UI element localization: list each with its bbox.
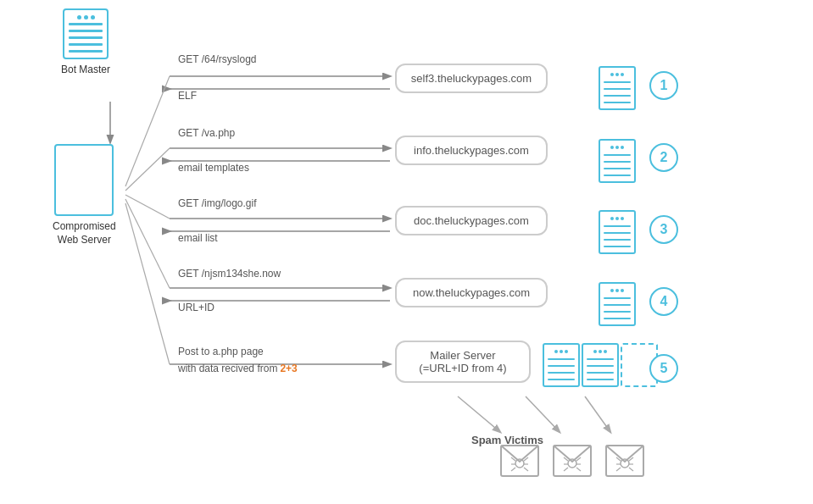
number-circle-3: 3 bbox=[649, 215, 678, 244]
number-circle-5: 5 bbox=[649, 354, 678, 383]
right-server-3 bbox=[599, 210, 636, 254]
arrow-label-1a: GET /64/rsyslogd bbox=[178, 53, 256, 65]
mailer-server-b bbox=[582, 343, 619, 387]
compromised-server-label: CompromisedWeb Server bbox=[53, 220, 116, 246]
arrow-label-3b: email list bbox=[178, 232, 218, 244]
domain-box-4: now.theluckypages.com bbox=[395, 278, 548, 307]
arrow-label-2b: email templates bbox=[178, 162, 249, 174]
spam-envelope-3 bbox=[605, 445, 644, 477]
post-label-highlight: 2+3 bbox=[280, 363, 297, 374]
compromised-server: CompromisedWeb Server bbox=[53, 144, 116, 246]
arrow-label-4a: GET /njsm134she.now bbox=[178, 268, 281, 280]
svg-line-14 bbox=[125, 203, 170, 364]
main-diagram: Bot Master CompromisedWeb Server GET /64… bbox=[0, 0, 813, 504]
mailer-server-a bbox=[543, 343, 580, 387]
svg-line-10 bbox=[125, 76, 170, 186]
bot-master-label: Bot Master bbox=[61, 64, 110, 77]
mailer-box: Mailer Server(=URL+ID from 4) bbox=[395, 341, 531, 383]
arrow-label-5b: with data recived from 2+3 bbox=[178, 363, 298, 374]
arrow-label-2a: GET /va.php bbox=[178, 127, 235, 139]
svg-line-15 bbox=[458, 396, 500, 432]
number-circle-1: 1 bbox=[649, 71, 678, 100]
bot-master-icon bbox=[63, 8, 109, 59]
mailer-server-cluster bbox=[543, 343, 658, 387]
svg-line-12 bbox=[125, 195, 170, 219]
arrow-label-1b: ELF bbox=[178, 90, 197, 102]
right-server-4 bbox=[599, 282, 636, 326]
post-label-text: with data recived from bbox=[178, 363, 277, 374]
arrow-label-3a: GET /img/logo.gif bbox=[178, 197, 256, 209]
number-circle-4: 4 bbox=[649, 287, 678, 316]
arrow-label-4b: URL+ID bbox=[178, 302, 214, 313]
bot-master-server: Bot Master bbox=[61, 8, 110, 77]
domain-box-3: doc.theluckypages.com bbox=[395, 206, 548, 235]
spam-envelope-2 bbox=[553, 445, 592, 477]
domain-box-2: info.theluckypages.com bbox=[395, 136, 548, 165]
spam-victims-icons bbox=[500, 445, 644, 477]
svg-line-11 bbox=[125, 148, 170, 191]
mailer-label: Mailer Server(=URL+ID from 4) bbox=[419, 349, 506, 374]
svg-line-17 bbox=[585, 396, 610, 432]
domain-box-1: self3.theluckypages.com bbox=[395, 64, 548, 93]
number-circle-2: 2 bbox=[649, 143, 678, 172]
spam-envelope-1 bbox=[500, 445, 539, 477]
right-server-2 bbox=[599, 139, 636, 183]
arrow-label-5a: Post to a.php page bbox=[178, 346, 264, 357]
svg-line-13 bbox=[125, 199, 170, 288]
svg-line-16 bbox=[526, 396, 560, 432]
right-server-1 bbox=[599, 66, 636, 110]
compromised-server-icon bbox=[54, 144, 114, 216]
